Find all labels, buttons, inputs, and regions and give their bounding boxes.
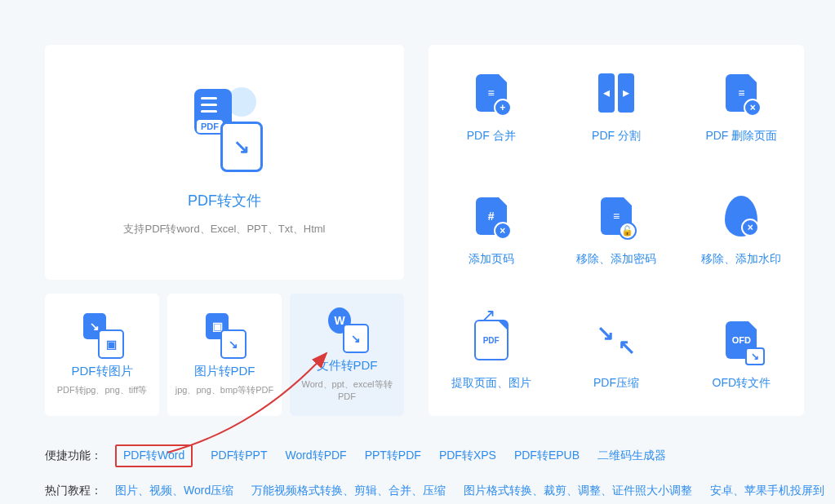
hot-link-compress[interactable]: 图片、视频、Word压缩 xyxy=(115,484,233,498)
item-title: 提取页面、图片 xyxy=(451,376,531,391)
quick-link-pdf-to-ppt[interactable]: PDF转PPT xyxy=(211,449,267,463)
bottom-links: 便捷功能： PDF转Word PDF转PPT Word转PDF PPT转PDF … xyxy=(45,444,828,504)
extract-item[interactable]: ↗ PDF 提取页面、图片 xyxy=(429,292,553,416)
ofd-icon: OFD↘ xyxy=(718,317,764,363)
quick-link-word-to-pdf[interactable]: Word转PDF xyxy=(285,449,346,463)
pdf-merge-item[interactable]: ≡+ PDF 合并 xyxy=(429,45,553,169)
hot-link-screen-mirror[interactable]: 安卓、苹果手机投屏到 xyxy=(710,484,824,498)
file-to-pdf-icon: W ↘ xyxy=(325,307,369,351)
pdf-to-file-icon: PDF ↘ xyxy=(188,89,261,166)
hot-links-row: 热门教程： 图片、视频、Word压缩 万能视频格式转换、剪辑、合并、压缩 图片格… xyxy=(45,484,828,498)
tools-grid: ≡+ PDF 合并 ◂▸ PDF 分割 ≡× PDF 删除页面 #× 添加页码 … xyxy=(429,45,804,416)
quick-link-ppt-to-pdf[interactable]: PPT转PDF xyxy=(365,449,421,463)
pdf-delete-page-item[interactable]: ≡× PDF 删除页面 xyxy=(679,45,804,169)
pdf-to-image-card[interactable]: ↘ ▣ PDF转图片 PDF转jpg、png、tiff等 xyxy=(45,294,159,416)
hot-link-image-convert[interactable]: 图片格式转换、裁剪、调整、证件照大小调整 xyxy=(464,484,692,498)
card-title: 文件转PDF xyxy=(317,358,378,374)
card-title: 图片转PDF xyxy=(194,364,255,379)
card-title: PDF转图片 xyxy=(72,364,133,379)
item-title: PDF 合并 xyxy=(467,129,516,144)
compress-item[interactable]: ↘↖ PDF压缩 xyxy=(553,292,678,416)
item-title: OFD转文件 xyxy=(713,376,771,391)
extract-icon: ↗ PDF xyxy=(469,317,514,363)
hot-link-video-convert[interactable]: 万能视频格式转换、剪辑、合并、压缩 xyxy=(251,484,446,498)
delete-page-icon: ≡× xyxy=(718,70,764,116)
quick-link-pdf-to-xps[interactable]: PDF转XPS xyxy=(439,449,496,463)
quick-links-label: 便捷功能： xyxy=(45,449,102,463)
password-item[interactable]: ≡🔓 移除、添加密码 xyxy=(553,169,678,293)
pdf-to-file-title: PDF转文件 xyxy=(188,191,261,210)
item-title: PDF压缩 xyxy=(593,376,639,391)
pdf-to-file-subtitle: 支持PDF转word、Excel、PPT、Txt、Html xyxy=(123,222,325,237)
item-title: PDF 分割 xyxy=(592,129,641,144)
item-title: 移除、添加水印 xyxy=(701,252,781,267)
item-title: 添加页码 xyxy=(469,252,514,267)
item-title: PDF 删除页面 xyxy=(705,129,777,144)
quick-links-row: 便捷功能： PDF转Word PDF转PPT Word转PDF PPT转PDF … xyxy=(45,444,828,467)
quick-link-pdf-to-word[interactable]: PDF转Word xyxy=(115,444,193,467)
card-subtitle: PDF转jpg、png、tiff等 xyxy=(54,384,150,396)
pdf-split-item[interactable]: ◂▸ PDF 分割 xyxy=(553,45,678,169)
file-to-pdf-card[interactable]: W ↘ 文件转PDF Word、ppt、excel等转PDF xyxy=(290,294,404,416)
split-icon: ◂▸ xyxy=(593,70,639,116)
compress-icon: ↘↖ xyxy=(593,317,639,363)
card-subtitle: jpg、png、bmp等转PDF xyxy=(172,384,277,396)
hot-links-label: 热门教程： xyxy=(45,484,102,498)
item-title: 移除、添加密码 xyxy=(576,252,656,267)
page-number-icon: #× xyxy=(469,193,514,239)
left-small-row: ↘ ▣ PDF转图片 PDF转jpg、png、tiff等 ▣ ↘ 图片转PDF … xyxy=(45,294,404,416)
ofd-item[interactable]: OFD↘ OFD转文件 xyxy=(679,292,804,416)
add-page-number-item[interactable]: #× 添加页码 xyxy=(429,169,553,293)
pdf-to-image-icon: ↘ ▣ xyxy=(80,313,124,357)
quick-link-qr-generator[interactable]: 二维码生成器 xyxy=(597,449,666,463)
card-subtitle: Word、ppt、excel等转PDF xyxy=(290,378,404,402)
quick-link-pdf-to-epub[interactable]: PDF转EPUB xyxy=(514,449,580,463)
image-to-pdf-icon: ▣ ↘ xyxy=(202,313,247,357)
merge-icon: ≡+ xyxy=(469,70,514,116)
watermark-icon: × xyxy=(718,193,764,239)
watermark-item[interactable]: × 移除、添加水印 xyxy=(679,169,804,293)
image-to-pdf-card[interactable]: ▣ ↘ 图片转PDF jpg、png、bmp等转PDF xyxy=(167,294,282,416)
pdf-to-file-card[interactable]: PDF ↘ PDF转文件 支持PDF转word、Excel、PPT、Txt、Ht… xyxy=(45,45,404,280)
password-icon: ≡🔓 xyxy=(593,193,639,239)
pdf-badge: PDF xyxy=(197,120,223,133)
